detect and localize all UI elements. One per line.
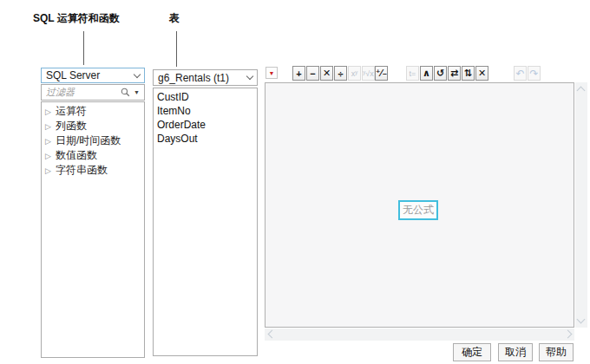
- caret-button[interactable]: ∧: [420, 66, 433, 81]
- table-callout-line: [176, 31, 177, 67]
- function-filter-input[interactable]: 过滤器 ▼: [41, 84, 145, 101]
- root-button: ʸ√x: [362, 66, 375, 81]
- filter-options-arrow-icon[interactable]: ▼: [134, 89, 140, 95]
- table-dropdown[interactable]: g6_Rentals (t1): [153, 69, 258, 86]
- scroll-down-icon[interactable]: [577, 315, 586, 324]
- delete-button[interactable]: ✕: [475, 66, 488, 81]
- chevron-down-icon: [134, 70, 141, 77]
- tree-item-label: 列函数: [56, 119, 87, 133]
- expander-icon[interactable]: ▷: [45, 166, 56, 175]
- editor-vertical-scrollbar[interactable]: [575, 82, 587, 328]
- search-icon: [121, 88, 130, 97]
- tree-item-numeric-functions[interactable]: ▷ 数值函数: [42, 148, 144, 163]
- expander-icon[interactable]: ▷: [45, 122, 56, 131]
- field-item[interactable]: ItemNo: [154, 104, 257, 118]
- tree-item-label: 运算符: [56, 104, 87, 119]
- multiply-button[interactable]: ✕: [320, 66, 333, 81]
- sql-dialect-value: SQL Server: [46, 69, 134, 81]
- reorder-button[interactable]: ⇅: [462, 66, 475, 81]
- expander-icon[interactable]: ▷: [45, 107, 56, 116]
- table-dropdown-value: g6_Rentals (t1): [158, 72, 247, 84]
- tree-item-label: 数值函数: [56, 148, 97, 163]
- ok-button[interactable]: 确定: [453, 343, 491, 361]
- operators-callout-line: [83, 31, 84, 65]
- scroll-left-icon[interactable]: [268, 330, 277, 339]
- filter-placeholder-text: 过滤器: [46, 86, 121, 99]
- table-callout-label: 表: [169, 11, 180, 26]
- t-equals-button: t=: [406, 66, 419, 81]
- redo-button: ↷: [528, 66, 541, 81]
- tree-item-operators[interactable]: ▷ 运算符: [42, 104, 144, 119]
- field-item[interactable]: OrderDate: [154, 118, 257, 132]
- tree-item-label: 日期/时间函数: [56, 133, 121, 148]
- cancel-button[interactable]: 取消: [498, 343, 533, 361]
- sql-expression-dialog: SQL 运算符和函数 表 SQL Server 过滤器 ▼ ▷ 运算符 ▷ 列函…: [0, 0, 590, 364]
- operators-callout-label: SQL 运算符和函数: [33, 11, 120, 26]
- rotate-button[interactable]: ↺: [434, 66, 447, 81]
- editor-horizontal-scrollbar[interactable]: [265, 328, 574, 341]
- swap-button[interactable]: ⇄: [448, 66, 461, 81]
- divide-button[interactable]: ÷: [334, 66, 347, 81]
- help-button[interactable]: 帮助: [539, 343, 574, 361]
- sql-dialect-dropdown[interactable]: SQL Server: [41, 68, 145, 83]
- tree-item-datetime-functions[interactable]: ▷ 日期/时间函数: [42, 133, 144, 148]
- undo-button: ↶: [514, 66, 527, 81]
- negate-button[interactable]: ⁺⁄₋: [375, 66, 388, 81]
- tree-item-label: 字符串函数: [56, 163, 108, 178]
- red-dropdown-icon: ▼: [269, 70, 275, 76]
- tree-item-column-functions[interactable]: ▷ 列函数: [42, 119, 144, 133]
- chevron-down-icon: [246, 73, 253, 80]
- field-item[interactable]: CustID: [154, 90, 257, 104]
- scroll-right-icon[interactable]: [564, 330, 573, 339]
- subtract-button[interactable]: −: [306, 66, 319, 81]
- function-category-tree: ▷ 运算符 ▷ 列函数 ▷ 日期/时间函数 ▷ 数值函数 ▷ 字符串函数: [41, 101, 145, 358]
- expander-icon[interactable]: ▷: [45, 137, 56, 146]
- expander-icon[interactable]: ▷: [45, 152, 56, 160]
- scroll-up-icon[interactable]: [577, 87, 586, 95]
- add-button[interactable]: +: [292, 66, 305, 81]
- power-button: xʸ: [348, 66, 361, 81]
- no-formula-placeholder[interactable]: 无公式: [398, 200, 438, 220]
- field-item[interactable]: DaysOut: [154, 132, 257, 146]
- formula-menu-button[interactable]: ▼: [266, 67, 278, 79]
- field-list: CustID ItemNo OrderDate DaysOut: [153, 88, 258, 356]
- tree-item-string-functions[interactable]: ▷ 字符串函数: [42, 163, 144, 178]
